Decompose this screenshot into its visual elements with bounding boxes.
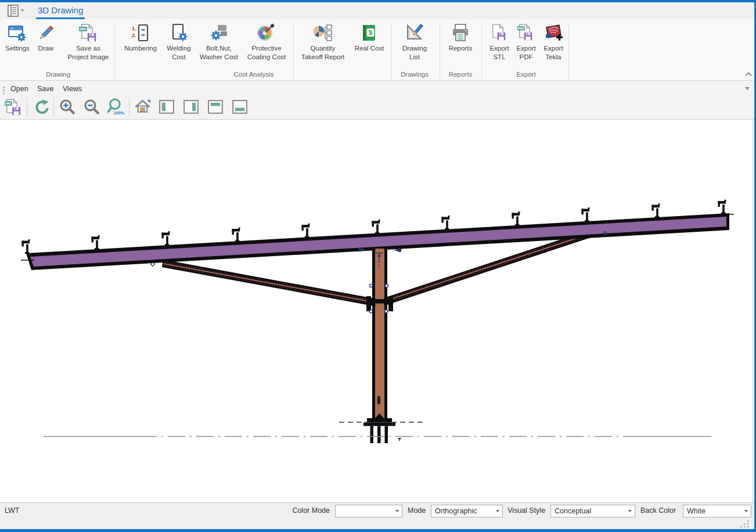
journal-menu-icon bbox=[7, 4, 28, 18]
settings-icon bbox=[8, 23, 27, 43]
visual-style-select[interactable]: Conceptual bbox=[550, 505, 635, 517]
app-menu-button[interactable] bbox=[7, 4, 28, 18]
ribbon-group-cost-analysis: Cost Analysis bbox=[233, 71, 273, 78]
window-top-accent bbox=[0, 0, 756, 2]
view-toolbar: Open Save Views IMG bbox=[0, 81, 754, 120]
ribbon-button-protective-coating-cost[interactable]: Protective Coating Cost bbox=[241, 23, 292, 78]
tekla-logo-icon bbox=[543, 23, 563, 43]
menu-label: Views bbox=[63, 85, 82, 93]
toolbar-view-bottom-button[interactable] bbox=[229, 96, 251, 118]
window-bottom-accent bbox=[0, 529, 756, 532]
ribbon-separator bbox=[440, 24, 440, 80]
view-top-icon bbox=[207, 98, 225, 116]
chevron-up-icon bbox=[744, 71, 753, 77]
ribbon-button-label: Numbering bbox=[124, 44, 157, 53]
refresh-icon bbox=[33, 98, 51, 116]
toolbar-separator bbox=[129, 98, 129, 116]
ribbon-button-label: Real Cost bbox=[355, 44, 384, 53]
ribbon-group-reports: Reports bbox=[449, 71, 472, 78]
ribbon-button-export-stl[interactable]: Export STL bbox=[486, 23, 513, 78]
toolbar-separator bbox=[53, 98, 54, 116]
ribbon-button-real-cost[interactable]: $ Real Cost bbox=[351, 23, 388, 78]
pdf-file-save-icon: PDF bbox=[516, 23, 536, 43]
printer-icon bbox=[451, 23, 470, 43]
back-color-select[interactable]: White bbox=[683, 505, 751, 517]
menu-views[interactable]: Views bbox=[60, 83, 84, 95]
toolbar-zoom-out-button[interactable] bbox=[81, 96, 103, 118]
svg-text:IMG: IMG bbox=[80, 27, 87, 31]
drawing-canvas[interactable] bbox=[0, 120, 753, 502]
lwt-indicator[interactable]: LWT bbox=[5, 503, 19, 519]
visual-style-label: Visual Style bbox=[507, 503, 545, 519]
toolbar-separator bbox=[27, 98, 27, 116]
toolbar-zoom-in-button[interactable] bbox=[56, 96, 78, 118]
toolbar-view-top-button[interactable] bbox=[204, 96, 226, 118]
toolbar-zoom-100-button[interactable]: 100% bbox=[105, 96, 127, 118]
tab-label: 3D Drawing bbox=[38, 5, 83, 15]
file-save-icon bbox=[489, 23, 509, 43]
ribbon-button-welding-cost[interactable]: Welding Cost bbox=[161, 23, 197, 78]
ribbon-button-label: Reports bbox=[449, 44, 472, 53]
toolbar-view-right-button[interactable] bbox=[180, 96, 202, 118]
svg-text:1.: 1. bbox=[132, 25, 136, 31]
ribbon-button-label: Export STL bbox=[489, 44, 509, 62]
dollar-book-icon: $ bbox=[359, 23, 379, 43]
chevron-down-icon bbox=[628, 510, 632, 512]
ribbon-button-label: Settings bbox=[5, 44, 30, 53]
view-bottom-icon bbox=[231, 98, 249, 116]
strut-collar bbox=[368, 299, 391, 304]
toolbar-overflow-button[interactable] bbox=[745, 87, 750, 90]
ribbon-button-numbering[interactable]: 1. 2. Numbering bbox=[120, 23, 161, 78]
ribbon-button-label: Quantity Takeoff Report bbox=[301, 44, 345, 62]
ribbon-group-drawings: Drawings bbox=[401, 71, 429, 78]
back-color-label: Back Color bbox=[640, 503, 676, 519]
ribbon-button-draw[interactable]: Draw bbox=[33, 23, 59, 78]
toolbar-grip[interactable] bbox=[3, 87, 5, 88]
ribbon-button-settings[interactable]: Settings bbox=[2, 23, 33, 78]
color-wheel-dropper-icon bbox=[257, 23, 276, 43]
chevron-down-icon bbox=[496, 510, 499, 512]
resize-grip[interactable] bbox=[739, 519, 751, 529]
ribbon-collapse-button[interactable] bbox=[744, 69, 753, 76]
ribbon-button-drawing-list[interactable]: Drawing List bbox=[394, 23, 435, 78]
ribbon-button-label: Draw bbox=[38, 44, 54, 53]
ribbon-button-reports[interactable]: Reports bbox=[442, 23, 478, 78]
zoom-in-icon bbox=[59, 98, 77, 116]
mode-select[interactable]: Orthographic bbox=[431, 505, 503, 517]
ribbon-button-quantity-takeoff-report[interactable]: Quantity Takeoff Report bbox=[297, 23, 348, 78]
tab-3d-drawing[interactable]: 3D Drawing bbox=[36, 2, 85, 19]
ribbon-button-bolt-nut-washer-cost[interactable]: Bolt,Nut, Washer Cost bbox=[197, 23, 240, 78]
toolbar-save-project-image-button[interactable]: IMG bbox=[2, 96, 24, 118]
column bbox=[366, 249, 393, 419]
toolbar-home-view-button[interactable] bbox=[132, 96, 154, 118]
pie-tree-icon bbox=[313, 23, 333, 43]
ribbon-button-label: Protective Coating Cost bbox=[247, 44, 286, 62]
menu-label: Save bbox=[37, 85, 54, 93]
ribbon-group-drawing: Drawing bbox=[46, 71, 70, 78]
zoom-100-icon: 100% bbox=[107, 98, 125, 116]
color-mode-select[interactable] bbox=[335, 505, 402, 517]
svg-text:100%: 100% bbox=[113, 110, 124, 115]
welding-cost-icon bbox=[169, 23, 189, 43]
tab-bar: 3D Drawing bbox=[0, 2, 754, 19]
menu-save[interactable]: Save bbox=[35, 83, 56, 95]
menu-open[interactable]: Open bbox=[8, 83, 31, 95]
ribbon-button-label: Welding Cost bbox=[167, 44, 190, 62]
ribbon-group-export: Export bbox=[516, 71, 535, 78]
ribbon-button-save-as-project-image[interactable]: IMG Save as Project Image bbox=[62, 23, 115, 78]
ribbon-button-export-pdf[interactable]: PDF Export PDF bbox=[513, 23, 539, 78]
base-plate bbox=[363, 414, 395, 444]
set-square-pencil-icon bbox=[405, 23, 424, 43]
ribbon: Settings Draw IMG Save as Project Image … bbox=[0, 19, 754, 81]
ribbon-button-export-tekla[interactable]: Export Tekla bbox=[539, 23, 568, 78]
ribbon-separator bbox=[114, 24, 115, 80]
view-right-icon bbox=[182, 98, 200, 116]
menu-label: Open bbox=[10, 85, 28, 93]
ribbon-separator bbox=[391, 24, 391, 80]
bolt-nut-washer-icon bbox=[209, 23, 229, 43]
numbering-icon: 1. 2. bbox=[131, 23, 150, 43]
mode-label: Mode bbox=[408, 503, 426, 519]
ribbon-separator bbox=[568, 24, 569, 80]
toolbar-view-left-button[interactable] bbox=[156, 96, 178, 118]
toolbar-refresh-button[interactable] bbox=[30, 96, 52, 118]
